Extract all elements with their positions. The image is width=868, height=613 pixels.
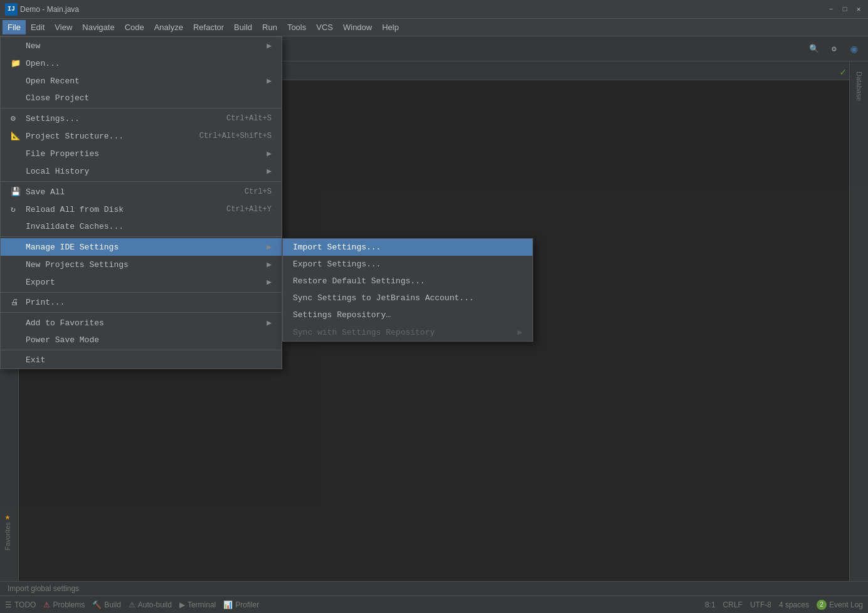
- local-history-arrow: ▶: [267, 166, 272, 176]
- file-menu-close-project[interactable]: Close Project: [1, 90, 282, 107]
- menu-help[interactable]: Help: [377, 20, 404, 34]
- export-settings-item[interactable]: Export Settings...: [283, 256, 532, 273]
- title-bar-left: IJ Demo - Main.java: [5, 3, 79, 16]
- file-menu-new-projects-settings[interactable]: New Projects Settings ▶: [1, 256, 282, 273]
- close-button[interactable]: ✕: [854, 5, 863, 14]
- menu-vcs[interactable]: VCS: [311, 20, 338, 34]
- file-menu-open-recent[interactable]: Open Recent ▶: [1, 72, 282, 90]
- sync-repo-arrow: ▶: [517, 327, 522, 337]
- file-menu-exit[interactable]: Exit: [1, 352, 282, 369]
- export-arrow: ▶: [267, 277, 272, 287]
- window-title: Demo - Main.java: [20, 5, 79, 14]
- file-menu-open[interactable]: 📁 Open...: [1, 55, 282, 72]
- menu-refactor[interactable]: Refactor: [188, 20, 229, 34]
- separator-2: [1, 181, 282, 182]
- import-settings-item[interactable]: Import Settings...: [283, 239, 532, 256]
- maximize-button[interactable]: □: [840, 5, 849, 14]
- menu-bar: File Edit View Navigate Code Analyze Ref…: [0, 19, 868, 36]
- menu-run[interactable]: Run: [257, 20, 282, 34]
- menu-window[interactable]: Window: [338, 20, 377, 34]
- file-menu-print[interactable]: 🖨 Print...: [1, 294, 282, 311]
- restore-default-settings-item[interactable]: Restore Default Settings...: [283, 273, 532, 290]
- manage-ide-submenu: Import Settings... Export Settings... Re…: [282, 238, 533, 342]
- settings-repository-item[interactable]: Settings Repository…: [283, 306, 532, 323]
- file-menu-manage-ide-settings[interactable]: Manage IDE Settings ▶: [1, 238, 282, 256]
- file-menu-settings[interactable]: ⚙ Settings... Ctrl+Alt+S: [1, 110, 282, 127]
- project-structure-icon: 📐: [11, 131, 23, 141]
- menu-view[interactable]: View: [50, 20, 77, 34]
- menu-navigate[interactable]: Navigate: [77, 20, 119, 34]
- menu-code[interactable]: Code: [120, 20, 149, 34]
- file-menu-file-properties[interactable]: File Properties ▶: [1, 145, 282, 162]
- sync-settings-jetbrains-item[interactable]: Sync Settings to JetBrains Account...: [283, 290, 532, 306]
- project-structure-shortcut: Ctrl+Alt+Shift+S: [199, 132, 272, 140]
- file-menu-local-history[interactable]: Local History ▶: [1, 162, 282, 180]
- menu-build[interactable]: Build: [229, 20, 257, 34]
- separator-5: [1, 312, 282, 313]
- file-menu-reload[interactable]: ↻ Reload All from Disk Ctrl+Alt+Y: [1, 201, 282, 218]
- minimize-button[interactable]: −: [827, 5, 835, 14]
- save-all-shortcut: Ctrl+S: [245, 187, 272, 196]
- save-all-icon: 💾: [11, 187, 23, 197]
- reload-icon: ↻: [11, 204, 23, 214]
- print-icon: 🖨: [11, 298, 23, 307]
- settings-shortcut: Ctrl+Alt+S: [226, 114, 272, 123]
- sync-with-repository-item: Sync with Settings Repository ▶: [283, 323, 532, 341]
- favorites-arrow: ▶: [267, 318, 272, 328]
- separator-4: [1, 292, 282, 293]
- new-projects-arrow: ▶: [267, 259, 272, 270]
- open-recent-arrow: ▶: [267, 76, 272, 86]
- file-menu-add-to-favorites[interactable]: Add to Favorites ▶: [1, 314, 282, 332]
- open-icon: 📁: [11, 58, 23, 68]
- menu-analyze[interactable]: Analyze: [149, 20, 188, 34]
- reload-shortcut: Ctrl+Alt+Y: [226, 205, 272, 214]
- settings-menu-icon: ⚙: [11, 113, 23, 123]
- file-menu-invalidate-caches[interactable]: Invalidate Caches...: [1, 218, 282, 235]
- file-menu-save-all[interactable]: 💾 Save All Ctrl+S: [1, 183, 282, 201]
- file-menu-project-structure[interactable]: 📐 Project Structure... Ctrl+Alt+Shift+S: [1, 127, 282, 145]
- separator-6: [1, 350, 282, 350]
- file-menu-dropdown: New ▶ 📁 Open... Open Recent ▶ Close Proj…: [0, 36, 282, 369]
- window-controls: − □ ✕: [827, 5, 863, 14]
- separator-3: [1, 236, 282, 237]
- file-properties-arrow: ▶: [267, 149, 272, 159]
- file-menu-export[interactable]: Export ▶: [1, 273, 282, 291]
- manage-ide-arrow: ▶: [267, 242, 272, 252]
- title-bar: IJ Demo - Main.java − □ ✕: [0, 0, 868, 19]
- separator-1: [1, 108, 282, 108]
- app-logo: IJ: [5, 3, 18, 16]
- new-arrow: ▶: [267, 41, 272, 51]
- file-menu-power-save-mode[interactable]: Power Save Mode: [1, 332, 282, 348]
- file-menu-new[interactable]: New ▶: [1, 37, 282, 55]
- menu-tools[interactable]: Tools: [282, 20, 311, 34]
- menu-file[interactable]: File: [3, 20, 26, 34]
- menu-edit[interactable]: Edit: [26, 20, 50, 34]
